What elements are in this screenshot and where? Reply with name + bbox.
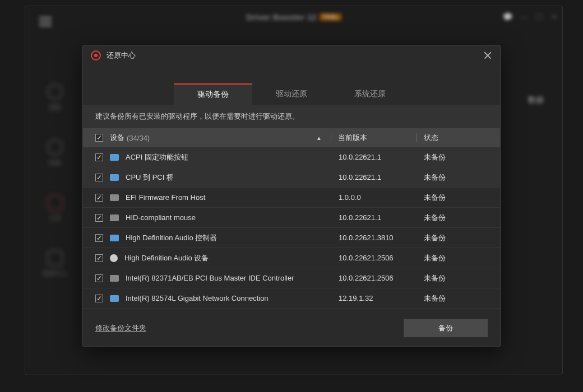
background-text: 数据 — [528, 95, 544, 105]
device-icon — [110, 194, 119, 201]
row-checkbox[interactable] — [95, 174, 103, 181]
device-name: Intel(R) 82574L Gigabit Network Connecti… — [126, 294, 332, 302]
column-version[interactable]: 当前版本 — [338, 133, 417, 143]
maximize-icon[interactable]: ☐ — [536, 12, 543, 21]
sidebar-item-boost[interactable]: 加速 — [35, 139, 75, 167]
table-row[interactable]: High Definition Audio 控制器10.0.22621.3810… — [83, 228, 500, 248]
device-name: EFI Firmware From Host — [126, 193, 332, 202]
device-version: 10.0.22621.2506 — [339, 254, 417, 262]
select-all-checkbox[interactable] — [95, 134, 103, 142]
column-status[interactable]: 状态 — [424, 133, 485, 143]
chat-icon[interactable]: 💬 — [503, 12, 512, 21]
minimize-icon[interactable]: — — [520, 12, 528, 21]
sidebar-item-label: 工具 — [49, 214, 61, 222]
table-row[interactable]: ACPI 固定功能按钮10.0.22621.1未备份 — [83, 147, 500, 167]
device-icon — [110, 154, 119, 161]
hint-text: 建议备份所有已安装的驱动程序，以便在需要时进行驱动还原。 — [83, 105, 500, 128]
tab-label: 系统还原 — [354, 89, 386, 99]
device-name: HID-compliant mouse — [126, 213, 332, 222]
column-divider — [331, 133, 331, 142]
sort-asc-icon: ▲ — [316, 135, 322, 141]
dialog-title: 还原中心 — [107, 50, 136, 60]
sidebar-item-label: 加速 — [49, 158, 61, 167]
row-checkbox[interactable] — [95, 254, 103, 262]
row-checkbox[interactable] — [95, 214, 103, 222]
device-version: 10.0.22621.3810 — [339, 234, 417, 242]
column-device-label: 设备 — [110, 133, 124, 143]
backup-button[interactable]: 备份 — [404, 319, 488, 337]
device-name: CPU 到 PCI 桥 — [126, 172, 332, 183]
row-checkbox[interactable] — [95, 295, 103, 302]
app-title: Driver Booster 12 — [246, 12, 316, 22]
menu-icon[interactable] — [39, 15, 52, 29]
sidebar-item-update[interactable]: 更新 — [35, 84, 75, 111]
restore-center-dialog: 还原中心 驱动备份 驱动还原 系统还原 建议备份所有已安装的驱动程序，以便在需要… — [82, 45, 501, 347]
sidebar-item-label: 更新 — [49, 103, 61, 111]
recommend-icon — [47, 250, 63, 266]
window-controls: 💬 — ☐ ✕ — [503, 12, 558, 21]
device-version: 10.0.22621.2506 — [339, 274, 417, 282]
tab-label: 驱动还原 — [276, 89, 307, 99]
device-status: 未备份 — [424, 253, 485, 263]
device-version: 12.19.1.32 — [339, 294, 417, 302]
row-checkbox[interactable] — [95, 274, 103, 282]
tab-driver-restore[interactable]: 驱动还原 — [252, 83, 331, 105]
dialog-footer: 修改备份文件夹 备份 — [83, 310, 500, 347]
boost-icon — [47, 139, 63, 155]
row-checkbox[interactable] — [95, 234, 103, 242]
table-row[interactable]: High Definition Audio 设备10.0.22621.2506未… — [83, 248, 500, 268]
device-icon — [110, 174, 119, 181]
device-status: 未备份 — [424, 233, 485, 243]
device-version: 1.0.0.0 — [339, 193, 417, 202]
main-titlebar: Driver Booster 12 TRIAL 💬 — ☐ ✕ — [25, 6, 562, 27]
device-status: 未备份 — [424, 273, 485, 283]
device-name: Intel(R) 82371AB/EB PCI Bus Master IDE C… — [126, 274, 332, 282]
table-body[interactable]: ACPI 固定功能按钮10.0.22621.1未备份CPU 到 PCI 桥10.… — [83, 147, 500, 310]
change-backup-folder-link[interactable]: 修改备份文件夹 — [95, 323, 146, 333]
device-version: 10.0.22621.1 — [339, 153, 417, 161]
tab-driver-backup[interactable]: 驱动备份 — [174, 83, 252, 105]
device-icon — [110, 254, 118, 262]
table-row[interactable]: CPU 到 PCI 桥10.0.22621.1未备份 — [83, 167, 500, 188]
device-name: High Definition Audio 控制器 — [126, 233, 332, 243]
sidebar-item-label: 推荐中心 — [43, 269, 67, 278]
tools-icon — [47, 195, 63, 211]
dialog-titlebar: 还原中心 — [83, 45, 500, 66]
row-checkbox[interactable] — [95, 194, 103, 202]
column-status-label: 状态 — [424, 133, 438, 142]
column-device[interactable]: 设备 (34/34) ▲ — [110, 133, 331, 143]
close-icon[interactable] — [483, 51, 492, 60]
tab-label: 驱动备份 — [197, 90, 229, 100]
device-status: 未备份 — [424, 172, 485, 183]
table-header: 设备 (34/34) ▲ 当前版本 状态 — [83, 128, 500, 147]
device-version: 10.0.22621.1 — [339, 173, 417, 181]
device-name: High Definition Audio 设备 — [124, 253, 332, 263]
device-status: 未备份 — [424, 152, 485, 162]
device-icon — [110, 235, 119, 241]
table-row[interactable]: EFI Firmware From Host1.0.0.0未备份 — [83, 188, 500, 208]
device-name: ACPI 固定功能按钮 — [126, 152, 332, 162]
device-status: 未备份 — [424, 213, 485, 223]
sidebar-item-tools[interactable]: 工具 — [35, 195, 75, 222]
update-icon — [47, 84, 63, 100]
device-status: 未备份 — [424, 193, 485, 203]
gear-icon — [91, 50, 101, 60]
table-row[interactable]: Intel(R) 82574L Gigabit Network Connecti… — [83, 288, 500, 309]
table-row[interactable]: Intel(R) 82371AB/EB PCI Bus Master IDE C… — [83, 268, 500, 288]
tabs: 驱动备份 驱动还原 系统还原 — [83, 83, 500, 105]
backup-button-label: 备份 — [438, 323, 453, 333]
column-divider — [417, 133, 417, 142]
device-status: 未备份 — [424, 293, 485, 304]
tab-system-restore[interactable]: 系统还原 — [331, 83, 409, 105]
trial-badge: TRIAL — [320, 13, 341, 21]
device-icon — [110, 214, 119, 221]
device-count: (34/34) — [127, 134, 150, 142]
device-icon — [110, 275, 119, 282]
table-row[interactable]: HID-compliant mouse10.0.22621.1未备份 — [83, 208, 500, 228]
sidebar: 更新 加速 工具 推荐中心 — [35, 84, 75, 306]
row-checkbox[interactable] — [95, 153, 103, 161]
device-icon — [110, 295, 119, 302]
sidebar-item-recommend[interactable]: 推荐中心 — [35, 250, 75, 278]
column-version-label: 当前版本 — [338, 133, 367, 142]
close-window-icon[interactable]: ✕ — [551, 12, 558, 21]
